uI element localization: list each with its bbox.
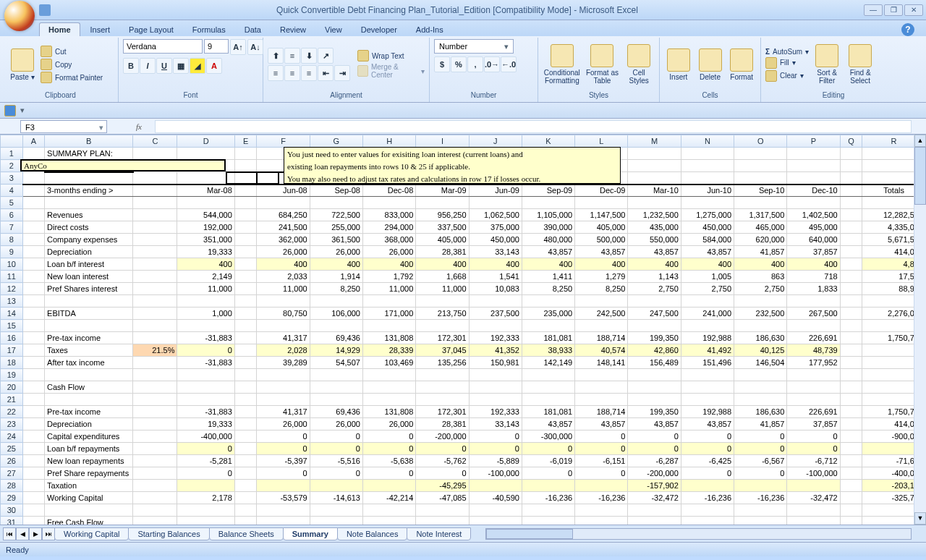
cell-C13[interactable] (133, 295, 177, 307)
cell-B9[interactable]: Depreciation (45, 246, 133, 258)
cell-B16[interactable]: Pre-tax income (45, 332, 133, 344)
cell-P4[interactable]: Dec-10 (787, 184, 840, 197)
cell-C8[interactable] (133, 234, 177, 246)
cell-O10[interactable]: 400 (734, 258, 787, 271)
cell-G17[interactable]: 14,929 (310, 344, 362, 357)
cell-O25[interactable]: 0 (734, 443, 787, 455)
cell-F10[interactable]: 400 (257, 258, 310, 271)
cell-D18[interactable]: -31,883 (177, 357, 234, 369)
cell-Q9[interactable] (840, 246, 862, 258)
paste-button[interactable]: Paste ▾ (7, 48, 38, 81)
sheet-tab-balance-sheets[interactable]: Balance Sheets (209, 527, 284, 540)
cell-C17[interactable]: 21.5% (133, 344, 177, 357)
col-header-F[interactable]: F (257, 135, 310, 148)
cell-H21[interactable] (362, 394, 415, 406)
cell-G23[interactable]: 26,000 (310, 418, 362, 430)
cell-Q16[interactable] (840, 332, 862, 344)
cell-B21[interactable] (45, 394, 133, 406)
cell-N15[interactable] (681, 320, 734, 332)
col-header-B[interactable]: B (45, 135, 133, 148)
cell-G30[interactable] (310, 504, 362, 517)
row-header-31[interactable]: 31 (1, 517, 23, 525)
cell-K28[interactable] (522, 480, 574, 492)
cell-C16[interactable] (133, 332, 177, 344)
cell-M2[interactable] (628, 160, 681, 172)
cell-F8[interactable]: 362,000 (257, 234, 310, 246)
col-header-G[interactable]: G (310, 135, 362, 148)
cell-N30[interactable] (681, 504, 734, 517)
cell-A8[interactable] (22, 234, 45, 246)
cell-L27[interactable]: 0 (575, 467, 628, 480)
cell-D6[interactable]: 544,000 (177, 209, 234, 221)
cell-L31[interactable] (575, 517, 628, 525)
currency-button[interactable]: $ (434, 56, 450, 72)
cell-G4[interactable]: Sep-08 (310, 184, 362, 197)
cell-D22[interactable]: -31,883 (177, 406, 234, 418)
cell-L12[interactable]: 8,250 (575, 283, 628, 295)
cell-M22[interactable]: 199,350 (628, 406, 681, 418)
cell-O22[interactable]: 186,630 (734, 406, 787, 418)
format-as-table-button[interactable]: Format as Table (585, 44, 621, 85)
autosum-button[interactable]: Σ AutoSum ▾ (765, 48, 809, 56)
cell-D21[interactable] (177, 394, 234, 406)
cell-A17[interactable] (22, 344, 45, 357)
cell-H23[interactable]: 26,000 (362, 418, 415, 430)
cell-O14[interactable]: 232,500 (734, 307, 787, 320)
cell-L29[interactable]: -16,236 (575, 492, 628, 504)
cell-C18[interactable] (133, 357, 177, 369)
cell-L30[interactable] (575, 504, 628, 517)
cell-E1[interactable] (234, 148, 257, 160)
cell-C31[interactable] (133, 517, 177, 525)
row-header-18[interactable]: 18 (1, 357, 23, 369)
cell-Q20[interactable] (840, 381, 862, 394)
cell-B7[interactable]: Direct costs (45, 221, 133, 234)
cell-L26[interactable]: -6,151 (575, 455, 628, 467)
cell-F27[interactable]: 0 (257, 467, 310, 480)
cell-P23[interactable]: 37,857 (787, 418, 840, 430)
cell-G26[interactable]: -5,516 (310, 455, 362, 467)
cell-Q27[interactable] (840, 467, 862, 480)
cell-J14[interactable]: 237,500 (469, 307, 522, 320)
cell-J15[interactable] (469, 320, 522, 332)
cell-B13[interactable] (45, 295, 133, 307)
cell-L17[interactable]: 40,574 (575, 344, 628, 357)
cell-H20[interactable] (362, 381, 415, 394)
cell-J9[interactable]: 33,143 (469, 246, 522, 258)
cell-B19[interactable] (45, 369, 133, 381)
fill-button[interactable]: Fill ▾ (765, 57, 809, 69)
cell-I25[interactable]: 0 (416, 443, 469, 455)
cell-P20[interactable] (787, 381, 840, 394)
cell-G12[interactable]: 8,250 (310, 283, 362, 295)
cell-N17[interactable]: 41,492 (681, 344, 734, 357)
cell-H15[interactable] (362, 320, 415, 332)
cell-Q5[interactable] (840, 197, 862, 209)
cell-O8[interactable]: 620,000 (734, 234, 787, 246)
cell-J16[interactable]: 192,333 (469, 332, 522, 344)
cell-O23[interactable]: 41,857 (734, 418, 787, 430)
cell-F24[interactable]: 0 (257, 430, 310, 443)
cell-D3[interactable] (177, 172, 234, 184)
cell-H6[interactable]: 833,000 (362, 209, 415, 221)
cell-E30[interactable] (234, 504, 257, 517)
cell-O26[interactable]: -6,567 (734, 455, 787, 467)
cell-O7[interactable]: 465,000 (734, 221, 787, 234)
cell-Q13[interactable] (840, 295, 862, 307)
cell-A7[interactable] (22, 221, 45, 234)
cell-N16[interactable]: 192,988 (681, 332, 734, 344)
cell-H10[interactable]: 400 (362, 258, 415, 271)
cell-E18[interactable] (234, 357, 257, 369)
cell-I27[interactable]: 0 (416, 467, 469, 480)
cell-J12[interactable]: 10,083 (469, 283, 522, 295)
cell-E17[interactable] (234, 344, 257, 357)
cell-H7[interactable]: 294,000 (362, 221, 415, 234)
cell-P22[interactable]: 226,691 (787, 406, 840, 418)
orientation[interactable]: ↗ (318, 48, 334, 64)
cell-M24[interactable]: 0 (628, 430, 681, 443)
cell-D19[interactable] (177, 369, 234, 381)
cell-Q2[interactable] (840, 160, 862, 172)
cell-I30[interactable] (416, 504, 469, 517)
cell-D25[interactable]: 0 (177, 443, 234, 455)
cell-D28[interactable] (177, 480, 234, 492)
cell-N9[interactable]: 43,857 (681, 246, 734, 258)
cell-F19[interactable] (257, 369, 310, 381)
